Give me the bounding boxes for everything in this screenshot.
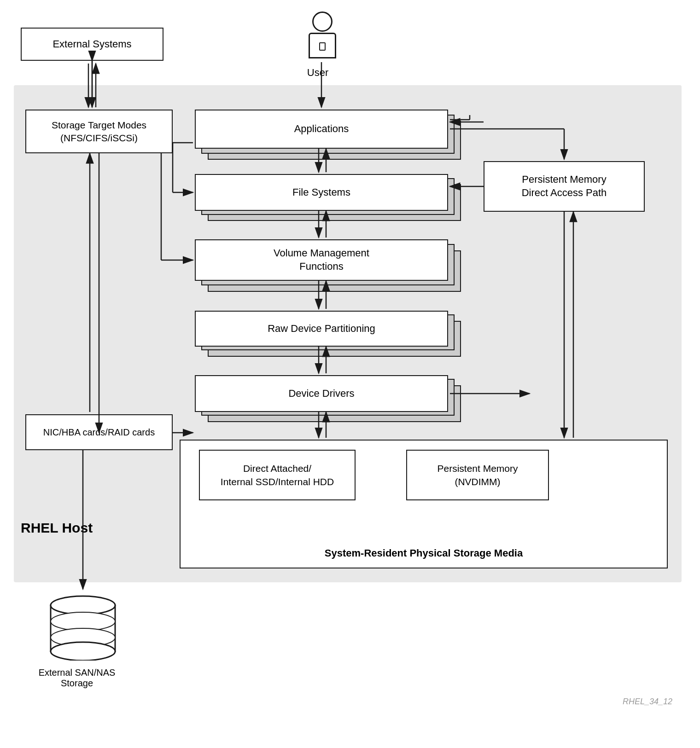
external-san-label: External SAN/NAS Storage bbox=[29, 667, 125, 689]
pmem-nvdimm-box: Persistent Memory(NVDIMM) bbox=[406, 450, 549, 500]
external-systems-label: External Systems bbox=[52, 38, 131, 51]
storage-target-box: Storage Target Modes(NFS/CIFS/iSCSi) bbox=[25, 110, 173, 153]
applications-label: Applications bbox=[294, 122, 349, 136]
device-drivers-box: Device Drivers bbox=[195, 375, 448, 412]
user-figure bbox=[309, 12, 336, 58]
file-systems-label: File Systems bbox=[292, 186, 350, 199]
rhel-host-label: RHEL Host bbox=[21, 520, 93, 536]
volume-mgmt-box: Volume ManagementFunctions bbox=[195, 239, 448, 281]
svg-point-4 bbox=[51, 642, 115, 661]
raw-device-box: Raw Device Partitioning bbox=[195, 311, 448, 347]
external-systems-box: External Systems bbox=[21, 28, 163, 61]
applications-box: Applications bbox=[195, 110, 448, 149]
pmem-access-label: Persistent MemoryDirect Access Path bbox=[522, 173, 607, 199]
raw-device-label: Raw Device Partitioning bbox=[268, 322, 375, 336]
diagram-container: External Systems User Applications Stora… bbox=[0, 0, 700, 748]
pmem-nvdimm-label: Persistent Memory(NVDIMM) bbox=[437, 462, 518, 489]
pmem-access-box: Persistent MemoryDirect Access Path bbox=[484, 161, 645, 212]
direct-attached-label: Direct Attached/Internal SSD/Internal HD… bbox=[221, 462, 334, 489]
user-body-icon bbox=[309, 33, 336, 58]
cylinder-icon bbox=[46, 591, 120, 661]
user-label: User bbox=[295, 67, 341, 79]
nic-hba-box: NIC/HBA cards/RAID cards bbox=[25, 414, 173, 450]
watermark: RHEL_34_12 bbox=[623, 697, 672, 707]
system-resident-box: Direct Attached/Internal SSD/Internal HD… bbox=[180, 440, 668, 568]
direct-attached-box: Direct Attached/Internal SSD/Internal HD… bbox=[199, 450, 356, 500]
device-drivers-label: Device Drivers bbox=[288, 387, 354, 400]
user-head-icon bbox=[312, 12, 332, 32]
file-systems-box: File Systems bbox=[195, 174, 448, 211]
nic-hba-label: NIC/HBA cards/RAID cards bbox=[43, 426, 155, 438]
volume-mgmt-label: Volume ManagementFunctions bbox=[274, 247, 369, 273]
storage-target-label: Storage Target Modes(NFS/CIFS/iSCSi) bbox=[52, 119, 146, 144]
system-resident-label: System-Resident Physical Storage Media bbox=[181, 547, 667, 559]
